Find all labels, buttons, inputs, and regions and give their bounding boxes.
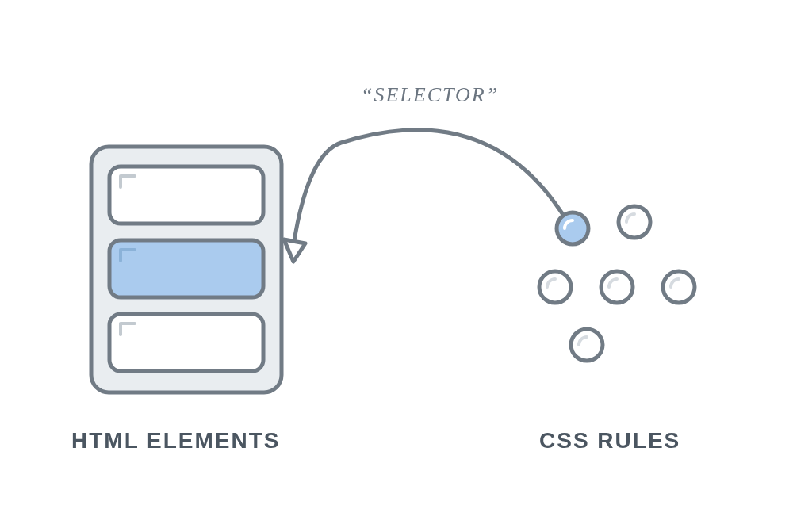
svg-marker-4 [284,239,305,262]
svg-point-8 [663,271,695,303]
html-element-row [109,166,263,224]
html-element-row [109,314,263,371]
css-rule-circle-highlighted [557,212,588,244]
svg-point-9 [571,329,603,361]
svg-point-5 [619,206,650,238]
css-rules-label: CSS RULES [539,428,680,454]
css-rule-circle [663,271,695,303]
svg-point-7 [601,271,633,303]
selector-arrow [284,130,588,262]
css-rule-circle [571,329,603,361]
svg-point-6 [539,271,571,303]
html-element-row-highlighted [109,240,263,297]
css-rule-circle [619,206,650,238]
css-rule-circle [539,271,571,303]
selector-label: SELECTOR [361,83,499,107]
html-elements-panel [91,147,282,392]
css-rule-circle [601,271,633,303]
html-elements-label: HTML ELEMENTS [71,428,280,454]
